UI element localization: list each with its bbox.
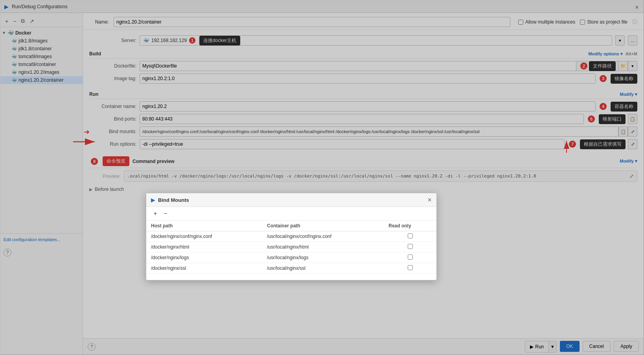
modal-table: Host path Container path Read only /dock… — [146, 221, 436, 274]
table-row: /docker/nginx/ssl /usr/local/nginx/ssl — [146, 263, 436, 274]
modal-overlay — [0, 0, 644, 355]
modal-header: ▶ Bind Mounts × — [146, 193, 436, 207]
modal-add-button[interactable]: + — [151, 209, 160, 218]
read-only-cell — [384, 242, 436, 253]
modal-icon: ▶ — [151, 197, 155, 203]
col-read-only: Read only — [384, 221, 436, 231]
host-path-cell: /docker/nginx/ssl — [146, 263, 262, 274]
read-only-cell — [384, 253, 436, 263]
container-path-cell: /usr/local/nginx/logs — [262, 253, 384, 263]
read-only-checkbox[interactable] — [408, 254, 413, 260]
modal-remove-button[interactable]: − — [161, 209, 170, 218]
container-path-cell: /usr/local/nginx/ssl — [262, 263, 384, 274]
modal-table-wrap: Host path Container path Read only /dock… — [146, 221, 436, 280]
modal-title-text: Bind Mounts — [158, 197, 189, 203]
host-path-cell: /docker/nginx/conf/nginx.conf — [146, 231, 262, 242]
read-only-checkbox[interactable] — [408, 265, 413, 270]
host-path-cell: /docker/nginx/html — [146, 242, 262, 253]
container-path-cell: /usr/local/nginx/conf/nginx.conf — [262, 231, 384, 242]
col-container-path: Container path — [262, 221, 384, 231]
table-row: /docker/nginx/conf/nginx.conf /usr/local… — [146, 231, 436, 242]
modal-title: ▶ Bind Mounts — [151, 197, 189, 203]
read-only-checkbox[interactable] — [408, 233, 413, 238]
read-only-checkbox[interactable] — [408, 244, 413, 249]
table-row: /docker/nginx/html /usr/local/nginx/html — [146, 242, 436, 253]
modal-toolbar: + − — [146, 207, 436, 221]
bind-mounts-modal: ▶ Bind Mounts × + − Host path Container … — [146, 193, 437, 280]
col-host-path: Host path — [146, 221, 262, 231]
read-only-cell — [384, 231, 436, 242]
modal-close-button[interactable]: × — [427, 196, 432, 203]
host-path-cell: /docker/nginx/logs — [146, 253, 262, 263]
read-only-cell — [384, 263, 436, 274]
container-path-cell: /usr/local/nginx/html — [262, 242, 384, 253]
table-row: /docker/nginx/logs /usr/local/nginx/logs — [146, 253, 436, 263]
